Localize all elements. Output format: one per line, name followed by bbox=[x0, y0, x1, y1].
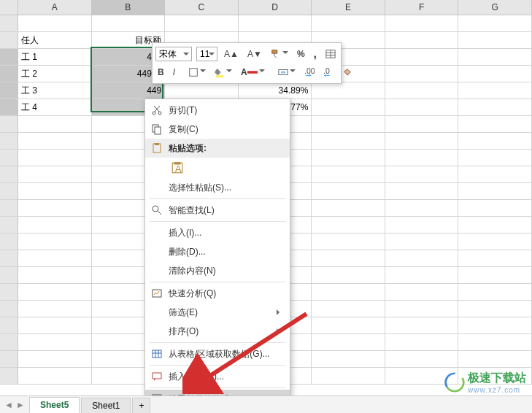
cell[interactable] bbox=[18, 301, 92, 317]
italic-icon[interactable]: I bbox=[171, 64, 177, 80]
cell[interactable] bbox=[312, 82, 385, 99]
cell[interactable] bbox=[458, 15, 532, 31]
row-header[interactable] bbox=[0, 116, 18, 132]
decimal-dec-icon[interactable]: .0 bbox=[321, 64, 336, 80]
cell[interactable]: 任人 bbox=[18, 32, 92, 48]
cell[interactable] bbox=[18, 233, 92, 250]
tab-nav[interactable]: ◄► bbox=[4, 400, 25, 410]
row-header[interactable] bbox=[0, 233, 18, 250]
row-header[interactable] bbox=[0, 99, 18, 115]
menu-insert-comment[interactable]: 插入批注(M)... bbox=[145, 367, 290, 386]
cell[interactable] bbox=[18, 351, 92, 367]
menu-smart-lookup[interactable]: 智能查找(L) bbox=[145, 201, 290, 220]
cell[interactable] bbox=[18, 15, 92, 31]
cell[interactable] bbox=[385, 150, 459, 166]
sheet-tab[interactable]: Sheet1 bbox=[81, 398, 131, 413]
cell[interactable] bbox=[312, 200, 385, 216]
cell[interactable] bbox=[18, 183, 92, 199]
row-header[interactable] bbox=[0, 200, 18, 216]
cell[interactable] bbox=[458, 32, 532, 48]
row-header[interactable] bbox=[0, 334, 18, 350]
cell[interactable] bbox=[458, 150, 532, 166]
font-color-icon[interactable]: A bbox=[239, 64, 267, 80]
fill-color-icon[interactable] bbox=[212, 64, 234, 80]
cell[interactable] bbox=[312, 317, 385, 333]
merge-icon[interactable] bbox=[276, 64, 298, 80]
cell[interactable] bbox=[458, 200, 532, 216]
new-sheet-button[interactable]: + bbox=[132, 398, 150, 413]
cell[interactable] bbox=[312, 233, 385, 250]
row-header[interactable] bbox=[0, 166, 18, 182]
cell[interactable] bbox=[458, 82, 532, 99]
cell[interactable] bbox=[385, 233, 459, 250]
font-size-select[interactable]: 11 bbox=[196, 47, 217, 61]
cell[interactable] bbox=[458, 166, 532, 182]
cell[interactable] bbox=[458, 334, 532, 350]
table-format-icon[interactable] bbox=[323, 46, 338, 62]
cell[interactable] bbox=[458, 267, 532, 283]
cell[interactable] bbox=[385, 32, 459, 48]
cell[interactable] bbox=[385, 116, 459, 132]
cell[interactable] bbox=[18, 317, 92, 333]
border-icon[interactable] bbox=[186, 64, 208, 80]
cell[interactable] bbox=[18, 166, 92, 182]
cell[interactable] bbox=[385, 250, 459, 266]
cell[interactable] bbox=[312, 166, 385, 182]
cell[interactable] bbox=[18, 250, 92, 266]
cell[interactable] bbox=[385, 166, 459, 182]
cell[interactable] bbox=[385, 351, 459, 367]
row-header[interactable] bbox=[0, 267, 18, 283]
cell[interactable] bbox=[385, 99, 459, 115]
cell[interactable]: 工 4 bbox=[18, 99, 92, 115]
cell[interactable] bbox=[18, 334, 92, 350]
cell[interactable] bbox=[92, 15, 166, 31]
cell[interactable] bbox=[18, 150, 92, 166]
cell[interactable] bbox=[458, 66, 532, 82]
cell[interactable] bbox=[312, 217, 385, 233]
col-C[interactable]: C bbox=[165, 0, 239, 15]
cell[interactable] bbox=[312, 116, 385, 132]
cell[interactable] bbox=[385, 183, 459, 199]
decimal-icon[interactable]: .00 bbox=[302, 64, 317, 80]
menu-quick-analysis[interactable]: 快速分析(Q) bbox=[145, 284, 290, 303]
cell[interactable] bbox=[458, 301, 532, 317]
col-F[interactable]: F bbox=[385, 0, 459, 15]
cell[interactable] bbox=[385, 284, 459, 300]
cell[interactable]: 工 1 bbox=[18, 49, 92, 65]
percent-icon[interactable]: % bbox=[295, 46, 307, 62]
cell[interactable] bbox=[312, 284, 385, 300]
cell[interactable] bbox=[312, 99, 385, 115]
cell[interactable] bbox=[385, 66, 459, 82]
cell[interactable] bbox=[18, 267, 92, 283]
cell[interactable] bbox=[18, 217, 92, 233]
bold-icon[interactable]: B bbox=[155, 64, 166, 80]
col-D[interactable]: D bbox=[239, 0, 312, 15]
cell[interactable]: 34.89% bbox=[239, 82, 312, 99]
cell[interactable] bbox=[18, 133, 92, 149]
cell[interactable] bbox=[385, 267, 459, 283]
row-header[interactable] bbox=[0, 15, 18, 31]
sheet-tab-active[interactable]: Sheet5 bbox=[29, 397, 80, 413]
cell[interactable] bbox=[458, 217, 532, 233]
cell[interactable]: 工 2 bbox=[18, 66, 92, 82]
row-header[interactable] bbox=[0, 133, 18, 149]
cell[interactable] bbox=[312, 301, 385, 317]
cell[interactable] bbox=[458, 99, 532, 115]
cell[interactable] bbox=[312, 183, 385, 199]
cell[interactable] bbox=[312, 15, 385, 31]
row-header[interactable] bbox=[0, 368, 18, 384]
menu-delete[interactable]: 删除(D)... bbox=[145, 242, 290, 261]
cell[interactable] bbox=[385, 217, 459, 233]
cell[interactable] bbox=[385, 317, 459, 333]
row-header[interactable] bbox=[0, 317, 18, 333]
cell[interactable] bbox=[385, 15, 459, 31]
cell[interactable] bbox=[385, 133, 459, 149]
menu-from-table[interactable]: 从表格/区域获取数据(G)... bbox=[145, 344, 290, 363]
cell[interactable] bbox=[312, 334, 385, 350]
cell[interactable] bbox=[18, 368, 92, 384]
menu-copy[interactable]: 复制(C) bbox=[145, 120, 290, 139]
cell[interactable] bbox=[165, 15, 239, 31]
col-G[interactable]: G bbox=[458, 0, 532, 15]
cell[interactable] bbox=[239, 15, 312, 31]
cell[interactable] bbox=[458, 133, 532, 149]
